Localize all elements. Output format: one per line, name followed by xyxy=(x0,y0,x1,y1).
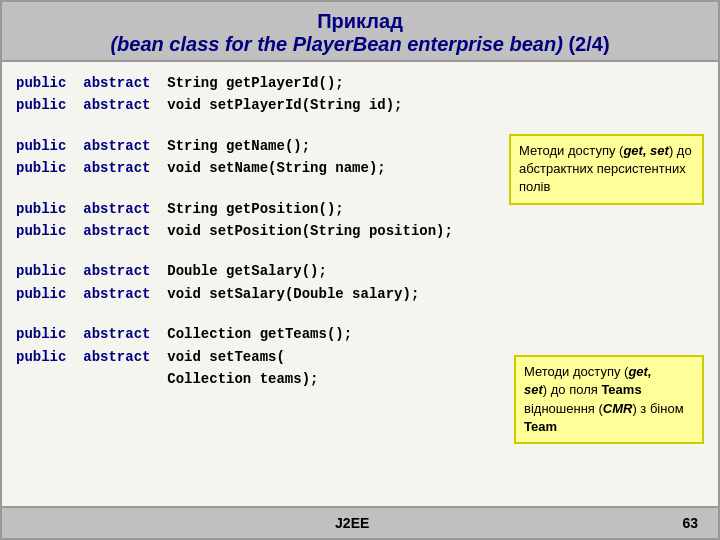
slide-body: public abstract String getPlayerId(); pu… xyxy=(2,62,718,506)
code-line: public abstract void setPosition(String … xyxy=(16,220,704,242)
callout-1: Методи доступу (get, set) до абстрактних… xyxy=(509,134,704,205)
slide: Приклад (bean class for the PlayerBean e… xyxy=(0,0,720,540)
code-block: public abstract String getPlayerId(); pu… xyxy=(16,72,704,398)
code-section-1: public abstract String getPlayerId(); pu… xyxy=(16,72,704,117)
slide-footer: J2EE 63 xyxy=(2,506,718,538)
slide-header: Приклад (bean class for the PlayerBean e… xyxy=(2,2,718,62)
code-line: public abstract String getPlayerId(); xyxy=(16,72,704,94)
code-line: public abstract Collection getTeams(); xyxy=(16,323,704,345)
slide-title: Приклад (bean class for the PlayerBean e… xyxy=(6,10,714,56)
code-line: public abstract Double getSalary(); xyxy=(16,260,704,282)
code-line: public abstract void setPlayerId(String … xyxy=(16,94,704,116)
code-line: public abstract void setSalary(Double sa… xyxy=(16,283,704,305)
footer-center: J2EE xyxy=(335,515,369,531)
code-section-4: public abstract Double getSalary(); publ… xyxy=(16,260,704,305)
callout-2: Методи доступу (get,set) до поля Teams в… xyxy=(514,355,704,444)
footer-page-number: 63 xyxy=(682,515,698,531)
